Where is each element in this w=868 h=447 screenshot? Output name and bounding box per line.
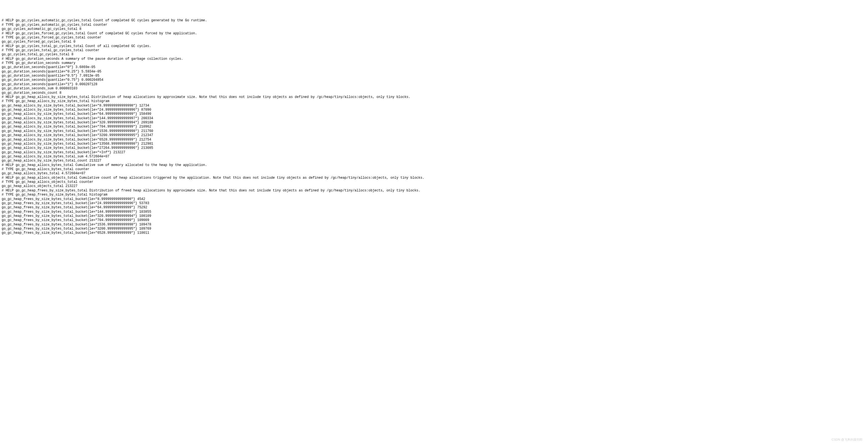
metrics-line: # HELP go_gc_cycles_automatic_gc_cycles_… bbox=[2, 19, 866, 23]
metrics-line: go_gc_heap_allocs_by_size_bytes_total_bu… bbox=[2, 116, 866, 121]
metrics-line: go_gc_heap_allocs_by_size_bytes_total_bu… bbox=[2, 150, 866, 154]
metrics-line: # TYPE go_gc_heap_frees_by_size_bytes_to… bbox=[2, 193, 866, 197]
metrics-line: go_gc_cycles_forced_gc_cycles_total 0 bbox=[2, 40, 866, 44]
metrics-line: # HELP go_gc_heap_frees_by_size_bytes_to… bbox=[2, 188, 866, 193]
metrics-line: # TYPE go_gc_cycles_automatic_gc_cycles_… bbox=[2, 23, 866, 27]
metrics-line: # HELP go_gc_heap_allocs_bytes_total Cum… bbox=[2, 163, 866, 167]
metrics-line: go_gc_cycles_total_gc_cycles_total 8 bbox=[2, 53, 866, 57]
metrics-line: go_gc_heap_allocs_by_size_bytes_total_bu… bbox=[2, 146, 866, 150]
metrics-line: # HELP go_gc_duration_seconds A summary … bbox=[2, 57, 866, 61]
metrics-line: # HELP go_gc_heap_allocs_by_size_bytes_t… bbox=[2, 95, 866, 99]
metrics-line: go_gc_heap_frees_by_size_bytes_total_buc… bbox=[2, 206, 866, 210]
metrics-line: go_gc_heap_allocs_by_size_bytes_total_bu… bbox=[2, 108, 866, 112]
metrics-line: # TYPE go_gc_cycles_total_gc_cycles_tota… bbox=[2, 48, 866, 53]
metrics-line: go_gc_heap_frees_by_size_bytes_total_buc… bbox=[2, 223, 866, 227]
metrics-line: go_gc_heap_allocs_by_size_bytes_total_su… bbox=[2, 154, 866, 159]
metrics-line: go_gc_heap_allocs_objects_total 213227 bbox=[2, 184, 866, 188]
metrics-line: # TYPE go_gc_heap_allocs_by_size_bytes_t… bbox=[2, 99, 866, 103]
metrics-line: go_gc_heap_frees_by_size_bytes_total_buc… bbox=[2, 227, 866, 231]
metrics-line: go_gc_duration_seconds_sum 0.000803103 bbox=[2, 87, 866, 91]
metrics-line: go_gc_heap_allocs_by_size_bytes_total_bu… bbox=[2, 112, 866, 116]
metrics-line: go_gc_duration_seconds{quantile="0.25"} … bbox=[2, 70, 866, 74]
metrics-line: go_gc_heap_frees_by_size_bytes_total_buc… bbox=[2, 214, 866, 218]
metrics-line: go_gc_heap_allocs_by_size_bytes_total_bu… bbox=[2, 129, 866, 133]
metrics-line: # HELP go_gc_cycles_total_gc_cycles_tota… bbox=[2, 44, 866, 48]
metrics-text-output: # HELP go_gc_cycles_automatic_gc_cycles_… bbox=[2, 19, 866, 235]
metrics-line: go_gc_cycles_automatic_gc_cycles_total 8 bbox=[2, 27, 866, 31]
metrics-line: go_gc_heap_allocs_by_size_bytes_total_bu… bbox=[2, 138, 866, 142]
metrics-line: go_gc_duration_seconds{quantile="0.5"} 7… bbox=[2, 74, 866, 78]
metrics-line: go_gc_duration_seconds{quantile="0.75"} … bbox=[2, 78, 866, 82]
metrics-line: # TYPE go_gc_heap_allocs_objects_total c… bbox=[2, 180, 866, 184]
metrics-line: # TYPE go_gc_heap_allocs_bytes_total cou… bbox=[2, 167, 866, 172]
metrics-line: go_gc_heap_allocs_by_size_bytes_total_bu… bbox=[2, 133, 866, 137]
metrics-line: go_gc_duration_seconds{quantile="1"} 0.0… bbox=[2, 82, 866, 87]
metrics-line: # HELP go_gc_heap_allocs_objects_total C… bbox=[2, 176, 866, 180]
metrics-line: go_gc_heap_allocs_by_size_bytes_total_bu… bbox=[2, 121, 866, 125]
metrics-line: go_gc_heap_allocs_by_size_bytes_total_bu… bbox=[2, 104, 866, 108]
metrics-line: go_gc_duration_seconds_count 8 bbox=[2, 91, 866, 95]
metrics-line: go_gc_heap_frees_by_size_bytes_total_buc… bbox=[2, 231, 866, 235]
metrics-line: go_gc_heap_allocs_bytes_total 4.572604e+… bbox=[2, 172, 866, 176]
metrics-line: go_gc_heap_allocs_by_size_bytes_total_bu… bbox=[2, 125, 866, 129]
metrics-line: # TYPE go_gc_duration_seconds summary bbox=[2, 61, 866, 65]
metrics-line: go_gc_heap_frees_by_size_bytes_total_buc… bbox=[2, 218, 866, 222]
metrics-line: go_gc_heap_allocs_by_size_bytes_total_co… bbox=[2, 159, 866, 163]
metrics-line: go_gc_heap_frees_by_size_bytes_total_buc… bbox=[2, 210, 866, 214]
metrics-line: go_gc_heap_frees_by_size_bytes_total_buc… bbox=[2, 201, 866, 206]
metrics-line: # HELP go_gc_cycles_forced_gc_cycles_tot… bbox=[2, 32, 866, 36]
metrics-line: go_gc_heap_allocs_by_size_bytes_total_bu… bbox=[2, 142, 866, 146]
metrics-line: go_gc_heap_frees_by_size_bytes_total_buc… bbox=[2, 197, 866, 201]
metrics-line: # TYPE go_gc_cycles_forced_gc_cycles_tot… bbox=[2, 36, 866, 40]
metrics-line: go_gc_duration_seconds{quantile="0"} 3.6… bbox=[2, 65, 866, 69]
